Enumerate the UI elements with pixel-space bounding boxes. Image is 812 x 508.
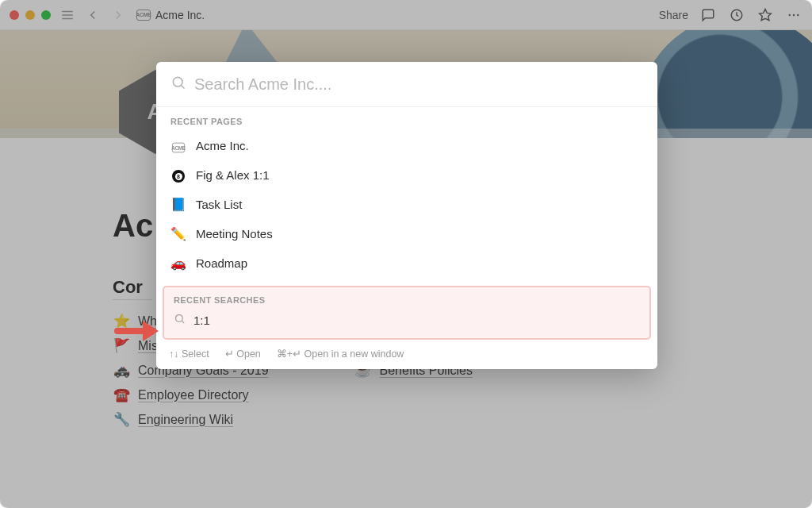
acme-badge-icon: ACME bbox=[170, 138, 186, 153]
recent-page-item[interactable]: 📘 Task List bbox=[163, 190, 651, 219]
recent-searches-label: RECENT SEARCHES bbox=[164, 287, 649, 308]
recent-page-item[interactable]: Fig & Alex 1:1 bbox=[163, 160, 651, 190]
search-icon bbox=[170, 75, 186, 94]
recent-pages-label: RECENT PAGES bbox=[156, 107, 657, 131]
pencil-icon: ✏️ bbox=[170, 226, 186, 241]
svg-line-11 bbox=[182, 321, 184, 323]
recent-page-item[interactable]: ACME Acme Inc. bbox=[163, 131, 651, 160]
svg-line-9 bbox=[182, 86, 185, 89]
recent-search-item[interactable]: 1:1 bbox=[164, 308, 649, 332]
recent-pages-list: ACME Acme Inc. Fig & Alex 1:1 📘 Task Lis… bbox=[156, 131, 657, 283]
svg-point-8 bbox=[173, 77, 182, 87]
recent-page-item[interactable]: 🚗 Roadmap bbox=[163, 248, 651, 278]
search-input[interactable] bbox=[194, 75, 643, 94]
book-icon: 📘 bbox=[170, 197, 186, 212]
recent-searches-section: RECENT SEARCHES 1:1 bbox=[163, 286, 651, 340]
search-icon bbox=[174, 313, 186, 327]
app-window: ACME Acme Inc. Share A Ac bbox=[0, 0, 812, 508]
search-modal: RECENT PAGES ACME Acme Inc. Fig & Alex 1… bbox=[156, 62, 657, 369]
modal-footer-hints: ↑↓ Select ↵ Open ⌘+↵ Open in a new windo… bbox=[156, 340, 657, 369]
recent-page-item[interactable]: ✏️ Meeting Notes bbox=[163, 219, 651, 248]
svg-point-10 bbox=[176, 315, 183, 322]
eight-ball-icon bbox=[170, 167, 186, 183]
car-icon: 🚗 bbox=[170, 256, 186, 271]
annotation-arrow-icon bbox=[114, 321, 159, 341]
